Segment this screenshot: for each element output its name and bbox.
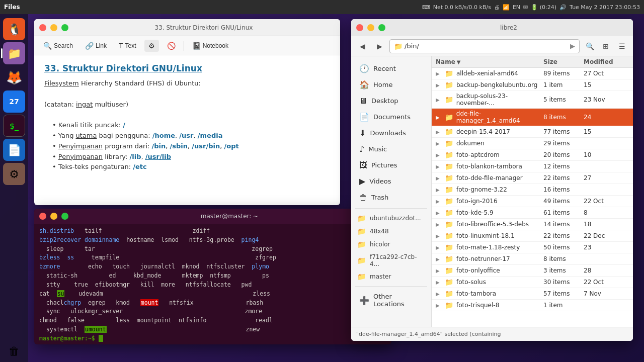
tray-mail-icon[interactable]: ✉	[523, 4, 528, 11]
tray-lang-icon[interactable]: EN	[513, 4, 520, 11]
file-size: 8 items	[543, 114, 584, 121]
table-row[interactable]: ▶ 📁 foto-ign-2016 49 items 22 Oct	[432, 196, 633, 207]
tray-battery-icon[interactable]: 🔋 (0:24)	[531, 4, 556, 11]
header-modified: Modified	[584, 58, 629, 65]
table-row[interactable]: ▶ 📁 foto-tambora 57 items 7 Nov	[432, 288, 633, 300]
fm-path-folder-icon: 📁	[394, 42, 403, 50]
terminal-line: sleep tar zegrep	[39, 245, 386, 254]
text-button[interactable]: T Text	[115, 40, 140, 52]
sidebar-item-pictures[interactable]: 🖼 Pictures	[353, 157, 429, 173]
table-row[interactable]: ▶ 📁 foto-blankon-tambora 12 items	[432, 161, 633, 172]
header-size[interactable]: Size	[543, 58, 584, 65]
sidebar-item-documents[interactable]: 📄 Documents	[353, 109, 429, 125]
sidebar-folder-ubuntubuzz[interactable]: 📁 ubuntubuzzdot...	[351, 212, 431, 225]
file-modified: 10	[584, 151, 629, 158]
terminal-line: systemctl umount znew	[39, 325, 386, 334]
tray-print-icon[interactable]: 🖨	[494, 4, 500, 11]
note-close-button[interactable]	[39, 24, 46, 31]
sidebar-folder-hicolor[interactable]: 📁 hicolor	[351, 238, 431, 251]
table-row[interactable]: ▶ 📁 foto-linuxmint-18.1 22 items 22 Dec	[432, 230, 633, 242]
note-maximize-button[interactable]	[61, 24, 68, 31]
sidebar-item-videos[interactable]: ▶ Videos	[353, 173, 429, 189]
fm-close-button[interactable]	[356, 24, 363, 31]
table-row[interactable]: ▶ 📁 foto-kde-5.9 61 items 8	[432, 207, 633, 219]
table-row[interactable]: ▶ 📁 backup-solus-23-november-... 5 items…	[432, 91, 633, 109]
table-row[interactable]: ▶ 📁 backup-bengkelubuntu.org 1 item 15	[432, 79, 633, 91]
tray-ibus-icon[interactable]: ⌨	[422, 4, 430, 11]
terminal-close-button[interactable]	[39, 213, 46, 220]
toolbar-divider	[184, 41, 184, 51]
table-row[interactable]: ▶ 📁 foto-trisquel-8 1 item	[432, 300, 633, 311]
sidebar-item-desktop[interactable]: 🖥 Desktop	[353, 93, 429, 109]
dock-item-ubuntu[interactable]: 🐧	[3, 18, 25, 40]
fm-main: Name ▼ Size Modified ▶ 📁 alldeb-xenial-a…	[432, 56, 633, 327]
gear-button[interactable]: ⚙	[144, 40, 159, 52]
table-row[interactable]: ▶ 📁 foto-dde-file-manager 22 items 27	[432, 172, 633, 184]
table-row[interactable]: ▶ 📁 foto-solus 30 items 22 Oct	[432, 277, 633, 288]
fm-back-button[interactable]: ◀	[355, 39, 369, 53]
note-minimize-button[interactable]	[50, 24, 57, 31]
fm-path-bar[interactable]: 📁 /bin/ ▶	[389, 39, 580, 53]
dock-item-libreoffice[interactable]: 📄	[3, 139, 25, 161]
table-row[interactable]: ▶ 📁 alldeb-xenial-amd64 89 items 27 Oct	[432, 68, 633, 79]
fm-search-button[interactable]: 🔍	[583, 39, 597, 53]
table-row[interactable]: ▶ 📁 foto-netrunner-17 8 items	[432, 253, 633, 265]
recent-label: Recent	[373, 65, 396, 72]
note-body: Filesystem Hierarchy Standard (FHS) di U…	[44, 78, 330, 172]
table-row[interactable]: ▶ 📁 deepin-15.4-2017 77 items 15	[432, 126, 633, 138]
sidebar-item-trash[interactable]: 🗑 Trash	[353, 190, 429, 205]
table-row[interactable]: ▶ 📁 dokumen 29 items	[432, 138, 633, 149]
dock-item-trash[interactable]: 🗑	[3, 340, 25, 362]
fm-titlebar: libre2	[351, 19, 633, 36]
sidebar-item-recent[interactable]: 🕐 Recent	[353, 61, 429, 76]
terminal-icon: $_	[10, 121, 19, 131]
file-size: 50 items	[543, 244, 584, 251]
sidebar-folder-48x48[interactable]: 📁 48x48	[351, 225, 431, 238]
table-row[interactable]: ▶ 📁 foto-gnome-3.22 16 items	[432, 184, 633, 196]
file-name: foto-linuxmint-18.1	[456, 232, 515, 239]
sidebar-item-other-locations[interactable]: ➕ Other Locations	[353, 290, 429, 311]
fm-forward-button[interactable]: ▶	[372, 39, 386, 53]
sidebar-item-music[interactable]: ♪ Music	[353, 141, 429, 157]
sidebar-folder-master[interactable]: 📁 master	[351, 270, 431, 283]
table-row[interactable]: ▶ 📁 dde-file-manager_1.4_amd64 8 items 2…	[432, 109, 633, 126]
search-button[interactable]: 🔍 Search	[39, 40, 77, 52]
close-note-button[interactable]: 🚫	[163, 40, 180, 52]
dock-item-files[interactable]: 📁	[3, 42, 25, 64]
sidebar-item-downloads[interactable]: ⬇ Downloads	[353, 125, 429, 141]
dock-item-calendar[interactable]: 27	[3, 90, 25, 113]
link-button[interactable]: 🔗 Link	[81, 40, 111, 52]
table-row[interactable]: ▶ 📁 foto-aptcdrom 20 items 10	[432, 149, 633, 161]
note-content-title[interactable]: 33. Struktur Direktori GNU/Linux	[44, 63, 330, 73]
notebook-button[interactable]: 📓 Notebook	[188, 40, 232, 52]
table-row[interactable]: ▶ 📁 foto-onlyoffice 3 items 28	[432, 265, 633, 277]
ubuntu-icon: 🐧	[8, 23, 21, 36]
dock-item-firefox[interactable]: 🦊	[3, 66, 25, 88]
terminal-minimize-button[interactable]	[50, 213, 57, 220]
terminal-line: master@master:~$	[39, 334, 386, 343]
file-name-cell: ▶ 📁 foto-linuxmint-18.1	[436, 232, 543, 240]
etc-code: /etc	[133, 163, 147, 170]
terminal-content[interactable]: sh.distrib tailf zdiff bzip2recover doma…	[34, 224, 391, 344]
table-row[interactable]: ▶ 📁 foto-mate-1.18-zesty 50 items 23	[432, 242, 633, 253]
sidebar-item-home[interactable]: 🏠 Home	[353, 77, 429, 93]
sidebar-folder-f71ca[interactable]: 📁 f71ca292-c7cb-4...	[351, 251, 431, 270]
terminal-maximize-button[interactable]	[61, 213, 68, 220]
documents-icon: 📄	[359, 112, 369, 122]
fm-maximize-button[interactable]	[378, 24, 385, 31]
tray-volume-icon[interactable]: 🔊	[559, 4, 567, 11]
table-row[interactable]: ▶ 📁 foto-libreoffice-5.3-debs 14 items 1…	[432, 219, 633, 230]
file-modified: 15	[584, 128, 629, 135]
expand-arrow-icon: ▶	[436, 129, 442, 135]
file-name: foto-blankon-tambora	[456, 163, 522, 170]
desktop-icon: 🖥	[359, 96, 367, 106]
dock-item-settings[interactable]: ⚙	[3, 163, 25, 185]
header-name[interactable]: Name ▼	[436, 58, 543, 65]
expand-arrow-icon: ▶	[436, 152, 442, 158]
tray-wifi-icon[interactable]: 📶	[503, 4, 510, 11]
fm-menu-button[interactable]: ☰	[615, 39, 629, 53]
file-name-cell: ▶ 📁 foto-solus	[436, 278, 543, 286]
fm-minimize-button[interactable]	[367, 24, 374, 31]
dock-item-terminal[interactable]: $_	[3, 115, 25, 137]
fm-view-toggle-button[interactable]: ⊞	[599, 39, 613, 53]
